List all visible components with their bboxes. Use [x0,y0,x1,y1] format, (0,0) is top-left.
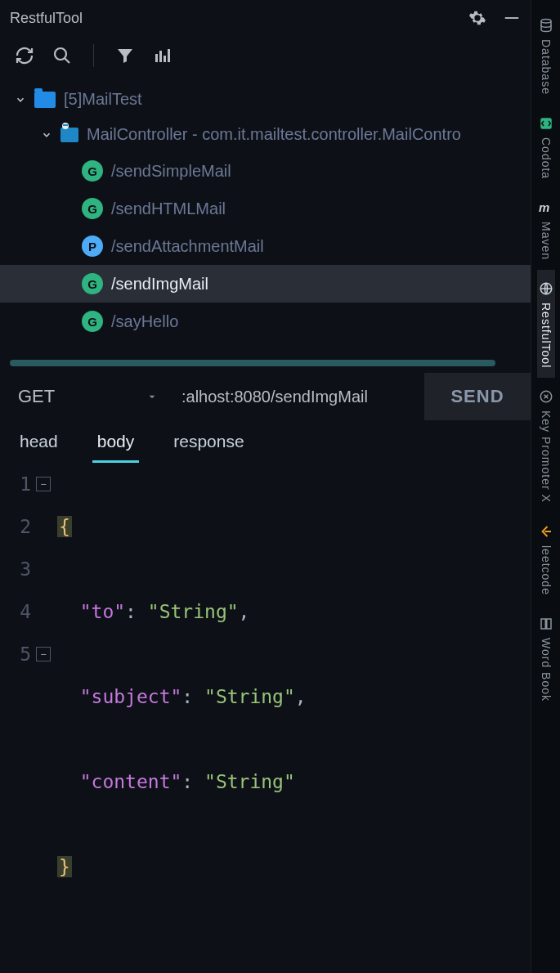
tree-controller[interactable]: MailController - com.it.mailtest.control… [0,117,531,152]
line-number: 5 [0,633,31,675]
json-value: "String" [204,771,295,792]
svg-rect-4 [164,56,166,62]
brace-close: } [57,856,72,877]
chevron-down-icon[interactable] [41,129,52,141]
tab-label: head [20,432,58,451]
tree-root-label: [5]MailTest [64,90,142,109]
header-actions [468,9,521,27]
main-panel: RestfulTool [5] [0,0,531,973]
minimize-icon[interactable] [503,9,521,27]
rail-wordbook[interactable]: Word Book [537,605,555,711]
send-label: SEND [450,386,504,407]
filter-icon[interactable] [115,46,135,65]
rail-label: Word Book [540,638,553,702]
json-key: "content" [80,771,182,792]
endpoint-tree: [5]MailTest MailController - com.it.mail… [0,75,531,347]
right-tool-rail: Database Codota m Maven RestfulTool Key … [531,0,560,973]
fold-marker[interactable]: − [36,647,51,661]
code-content[interactable]: { "to": "String", "subject": "String", "… [57,463,531,973]
tab-label: response [173,432,244,451]
toolbar-divider [93,44,94,67]
method-badge-get: G [82,273,103,294]
endpoint-path: /sendSimpleMail [111,162,231,181]
controller-icon [60,128,78,142]
svg-rect-0 [505,17,519,19]
tab-label: body [97,432,135,451]
json-value: "String" [204,686,295,707]
panel-header: RestfulTool [0,0,531,36]
rail-label: RestfulTool [540,303,553,368]
method-badge-get: G [82,160,103,182]
endpoint-item[interactable]: P /sendAttachmentMail [0,227,531,265]
url-input[interactable]: :alhost:8080/sendImgMail [172,373,424,420]
json-value: "String" [148,601,239,622]
endpoint-path: /sayHello [111,312,178,331]
url-value: :alhost:8080/sendImgMail [181,388,368,406]
wordbook-icon [537,615,555,633]
method-badge-get: G [82,198,103,219]
line-number: 3 [0,548,31,590]
svg-point-1 [55,48,66,60]
json-key: "to" [80,601,125,622]
maven-icon: m [537,199,555,217]
stats-icon[interactable] [153,46,172,65]
send-button[interactable]: SEND [424,373,531,420]
rail-leetcode[interactable]: leetcode [537,513,555,605]
line-numbers: 1 2 3 4 5 [0,463,36,973]
svg-rect-2 [155,54,158,62]
globe-icon [537,280,555,298]
line-number: 1 [0,463,31,505]
line-number: 2 [0,505,31,548]
svg-rect-3 [159,51,162,62]
rail-maven[interactable]: m Maven [537,189,555,270]
method-badge-get: G [82,311,103,332]
codota-icon [537,114,555,132]
toolbar [0,36,531,75]
comma: , [239,601,250,622]
endpoint-item[interactable]: G /sayHello [0,303,531,340]
rail-codota[interactable]: Codota [537,105,555,189]
gear-icon[interactable] [468,9,486,27]
folder-icon [34,92,56,108]
endpoint-path: /sendHTMLMail [111,200,226,218]
search-icon[interactable] [52,46,72,65]
tree-root[interactable]: [5]MailTest [0,82,531,117]
request-bar: GET :alhost:8080/sendImgMail SEND [0,373,531,420]
method-select-value: GET [18,386,55,407]
json-key: "subject" [80,686,182,707]
refresh-icon[interactable] [15,46,34,65]
svg-rect-5 [168,49,170,62]
rail-label: Database [540,39,553,95]
rail-label: Codota [540,137,553,179]
endpoint-path: /sendImgMail [111,275,208,294]
rail-label: leetcode [540,545,553,595]
svg-text:m: m [539,200,549,214]
line-number: 4 [0,590,31,633]
rail-keypromoter[interactable]: Key Promoter X [537,378,555,513]
endpoint-path: /sendAttachmentMail [111,237,264,256]
method-select[interactable]: GET [0,373,172,420]
request-tabs: head body response [0,420,531,463]
scrollbar-thumb[interactable] [10,360,495,366]
tab-body[interactable]: body [78,420,155,463]
chevron-down-icon [146,390,159,403]
chevron-down-icon[interactable] [15,94,26,105]
endpoint-item[interactable]: G /sendImgMail [0,265,531,303]
rail-database[interactable]: Database [537,7,555,105]
body-editor[interactable]: 1 2 3 4 5 − − { "to": "String", "subject… [0,463,531,973]
leetcode-icon [537,522,555,540]
method-badge-post: P [82,235,103,257]
tab-head[interactable]: head [0,420,78,463]
endpoint-item[interactable]: G /sendHTMLMail [0,190,531,227]
database-icon [537,16,555,34]
endpoint-item[interactable]: G /sendSimpleMail [0,152,531,190]
tree-spacer [0,347,531,360]
rail-restfultool[interactable]: RestfulTool [537,270,555,378]
rail-label: Key Promoter X [540,410,553,503]
fold-gutter: − − [36,463,57,973]
keypromoter-icon [537,388,555,406]
fold-marker[interactable]: − [36,477,51,491]
horizontal-scrollbar[interactable] [10,360,521,366]
tab-response[interactable]: response [154,420,263,463]
comma: , [295,686,307,707]
